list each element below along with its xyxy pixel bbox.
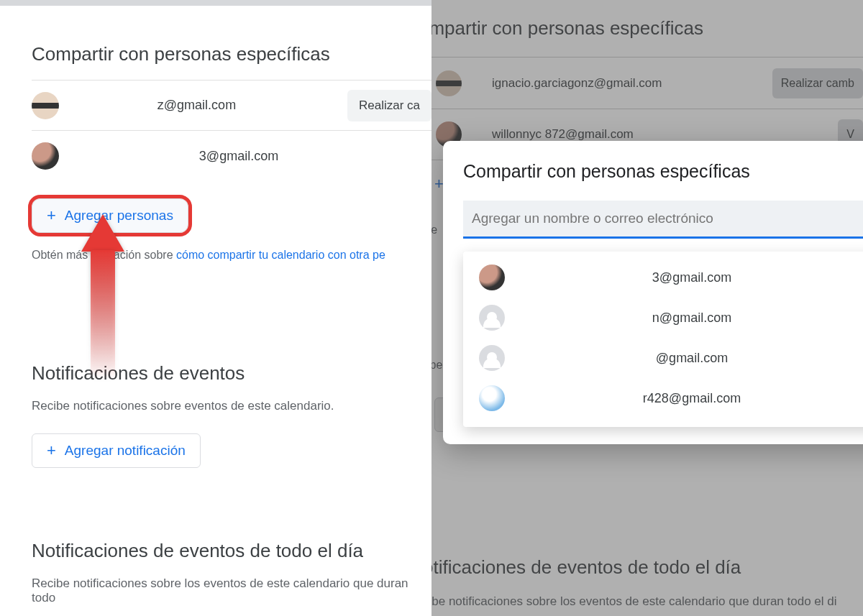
share-info-link[interactable]: cómo compartir tu calendario con otra pe [176,249,385,261]
person-email: z@gmail.com [75,98,347,113]
suggestion-item[interactable]: n@gmail.com [463,298,863,338]
plus-icon: + [47,443,56,459]
suggestion-item[interactable]: r428@gmail.com [463,378,863,418]
annotation-arrow [70,214,135,380]
avatar [32,92,59,119]
avatar [32,142,59,170]
suggestion-email: n@gmail.com [535,311,863,326]
share-section-title: Compartir con personas específicas [32,43,432,65]
add-notification-label: Agregar notificación [65,443,186,459]
allday-notifications-subtext: Recibe notificaciones sobre los eventos … [32,576,432,605]
share-dialog-title: Compartir con personas específicas [463,161,863,182]
suggestion-email: r428@gmail.com [535,391,863,406]
add-person-input[interactable] [463,201,863,239]
avatar-placeholder-icon [479,305,505,331]
suggestion-email: @gmail.com [535,351,863,366]
allday-notifications-title: Notificaciones de eventos de todo el día [32,540,432,562]
share-dialog: Compartir con personas específicas 3@gma… [443,141,863,444]
permission-chip[interactable]: Realizar ca [347,90,432,121]
avatar [479,265,505,290]
add-people-button[interactable]: + Agregar personas [32,198,188,233]
person-row: z@gmail.com Realizar ca [32,81,432,131]
suggestion-list: 3@gmail.com n@gmail.com @gmail.com r428@… [463,252,863,427]
event-notifications-title: Notificaciones de eventos [32,362,432,385]
add-people-label: Agregar personas [65,208,173,224]
avatar [479,385,505,411]
share-info-text: Obtén más inforación sobre cómo comparti… [32,249,432,262]
suggestion-item[interactable]: 3@gmail.com [463,257,863,298]
avatar-placeholder-icon [479,345,505,371]
person-email: 3@gmail.com [75,149,432,164]
add-notification-button[interactable]: + Agregar notificación [32,433,201,468]
plus-icon: + [47,208,56,224]
person-row: 3@gmail.com [32,131,432,181]
suggestion-item[interactable]: @gmail.com [463,338,863,378]
event-notifications-subtext: Recibe notificaciones sobre eventos de e… [32,399,432,413]
suggestion-email: 3@gmail.com [535,270,863,285]
